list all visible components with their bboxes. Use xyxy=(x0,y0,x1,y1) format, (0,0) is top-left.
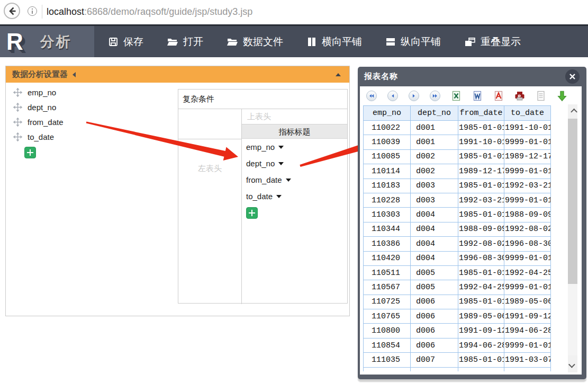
cell-to-date: 9999-01-01 xyxy=(504,338,551,352)
tile-horizontal-button[interactable]: 横向平铺 xyxy=(306,35,362,49)
cell-from-date: 1992-03-21 xyxy=(458,193,504,207)
cell-emp-no: 110765 xyxy=(364,309,411,324)
scrollbar-thumb[interactable] xyxy=(568,119,577,284)
tile-vertical-icon xyxy=(385,37,396,47)
data-file-button[interactable]: 数据文件 xyxy=(227,35,283,49)
dropdown-caret-icon[interactable] xyxy=(278,146,284,149)
url-path: :6868/demo/raqsoft/guide/jsp/study3.jsp xyxy=(84,6,252,17)
complex-condition-cell[interactable]: 复杂条件 xyxy=(178,90,347,109)
table-row: 110344 d004 1988-09-09 1992-08-02 xyxy=(364,222,551,236)
chevron-down-icon xyxy=(568,361,575,368)
cell-from-date: 1989-12-17 xyxy=(458,164,504,179)
cell-to-date xyxy=(504,367,551,371)
overlap-display-label: 重叠显示 xyxy=(481,35,521,49)
collapse-up-icon[interactable] xyxy=(336,73,341,76)
export-word-button[interactable] xyxy=(467,88,488,104)
cell-dept-no: d004 xyxy=(411,222,458,236)
add-metric-button[interactable] xyxy=(246,207,258,219)
print-button[interactable] xyxy=(509,88,530,104)
metric-field-label: dept_no xyxy=(246,159,275,168)
open-label: 打开 xyxy=(183,35,203,49)
vertical-scrollbar[interactable] xyxy=(568,104,577,372)
dropdown-caret-icon[interactable] xyxy=(276,195,282,198)
column-header-from-date: from_date xyxy=(458,106,504,121)
designer-panel-title: 数据分析设置器 xyxy=(12,69,68,79)
export-text-icon xyxy=(536,91,546,101)
scroll-up-button[interactable] xyxy=(568,104,577,119)
dropdown-caret-icon[interactable] xyxy=(286,179,291,182)
first-page-icon xyxy=(366,91,377,101)
left-header-column: 左表头 xyxy=(178,109,242,304)
browser-address-bar[interactable]: localhost:6868/demo/raqsoft/guide/jsp/st… xyxy=(0,0,588,24)
close-button[interactable] xyxy=(565,69,580,84)
export-pdf-button[interactable] xyxy=(488,88,509,104)
field-tree-item[interactable]: from_date xyxy=(13,114,64,129)
field-tree-item[interactable]: dept_no xyxy=(13,100,64,114)
data-file-folder-icon xyxy=(227,37,238,47)
cell-emp-no: 110725 xyxy=(364,295,411,309)
field-tree-label: dept_no xyxy=(28,103,56,112)
field-tree-label: emp_no xyxy=(28,88,56,97)
metric-field-row[interactable]: dept_no xyxy=(242,155,347,172)
cell-to-date: 1991-09-12 xyxy=(504,309,551,324)
cell-to-date: 9999-01-01 xyxy=(504,164,551,179)
cell-from-date xyxy=(458,367,504,371)
cell-from-date: 1988-09-09 xyxy=(458,222,504,236)
cell-dept-no: d003 xyxy=(411,193,458,207)
cell-dept-no: d007 xyxy=(411,353,458,367)
cell-to-date: 9999-01-01 xyxy=(504,280,551,295)
dropdown-caret-icon[interactable] xyxy=(278,162,284,165)
cell-emp-no: 110085 xyxy=(364,149,411,164)
cell-emp-no: 111035 xyxy=(364,353,411,367)
tile-vertical-button[interactable]: 纵向平铺 xyxy=(385,35,441,49)
back-arrow-icon xyxy=(7,6,17,16)
metric-field-row[interactable]: from_date xyxy=(242,172,347,188)
report-window-titlebar[interactable]: 报表名称 xyxy=(358,67,586,86)
cell-from-date: 1985-01-01 xyxy=(458,295,504,309)
cell-to-date: 1989-12-17 xyxy=(504,149,551,164)
last-page-icon xyxy=(430,91,440,101)
scroll-down-button[interactable] xyxy=(568,355,577,372)
download-button[interactable] xyxy=(551,88,573,104)
cell-to-date: 1989-05-06 xyxy=(504,295,551,309)
cell-emp-no: 110228 xyxy=(364,193,411,207)
left-header-placeholder[interactable]: 左表头 xyxy=(178,164,241,174)
designer-panel-header[interactable]: 数据分析设置器 xyxy=(6,66,349,83)
cell-from-date: 1985-01-01 xyxy=(458,353,504,367)
metric-field-row[interactable]: emp_no xyxy=(242,139,347,155)
print-icon xyxy=(514,91,526,101)
prev-page-button[interactable] xyxy=(382,88,403,104)
overlap-display-button[interactable]: 重叠显示 xyxy=(464,35,521,49)
metric-field-label: from_date xyxy=(246,175,282,184)
close-icon xyxy=(569,73,576,80)
field-tree-item[interactable]: to_date xyxy=(13,129,64,144)
corner-cell[interactable] xyxy=(178,109,241,139)
top-header-placeholder[interactable]: 上表头 xyxy=(242,109,347,124)
table-row: 110183 d003 1985-01-01 1992-03-21 xyxy=(364,179,551,193)
export-excel-button[interactable] xyxy=(446,88,467,104)
cell-to-date: 1988-09-09 xyxy=(504,208,551,222)
cell-dept-no: d005 xyxy=(411,265,458,280)
metric-column: 上表头 指标标题 emp_no dept_no from_date xyxy=(242,109,347,304)
field-tree-label: to_date xyxy=(28,132,54,141)
metric-field-row[interactable]: to_date xyxy=(242,188,347,204)
cell-emp-no: 110420 xyxy=(364,251,411,265)
next-page-button[interactable] xyxy=(403,88,424,104)
first-page-button[interactable] xyxy=(361,88,382,104)
last-page-button[interactable] xyxy=(424,88,446,104)
open-button[interactable]: 打开 xyxy=(167,35,203,49)
cell-emp-no: 110303 xyxy=(364,208,411,222)
browser-back-button[interactable] xyxy=(4,3,20,19)
save-button[interactable]: 保存 xyxy=(108,35,143,49)
move-handle-icon xyxy=(13,102,23,112)
export-word-icon xyxy=(472,91,483,101)
field-tree-label: from_date xyxy=(28,118,64,127)
info-icon[interactable] xyxy=(28,6,37,16)
screen: localhost:6868/demo/raqsoft/guide/jsp/st… xyxy=(0,0,588,383)
export-text-button[interactable] xyxy=(530,88,551,104)
add-field-button[interactable] xyxy=(24,147,36,158)
column-header-emp-no: emp_no xyxy=(364,106,411,121)
cell-to-date: 9999-01-01 xyxy=(504,193,551,207)
field-tree-item[interactable]: emp_no xyxy=(13,85,64,100)
url-separator xyxy=(42,5,42,19)
